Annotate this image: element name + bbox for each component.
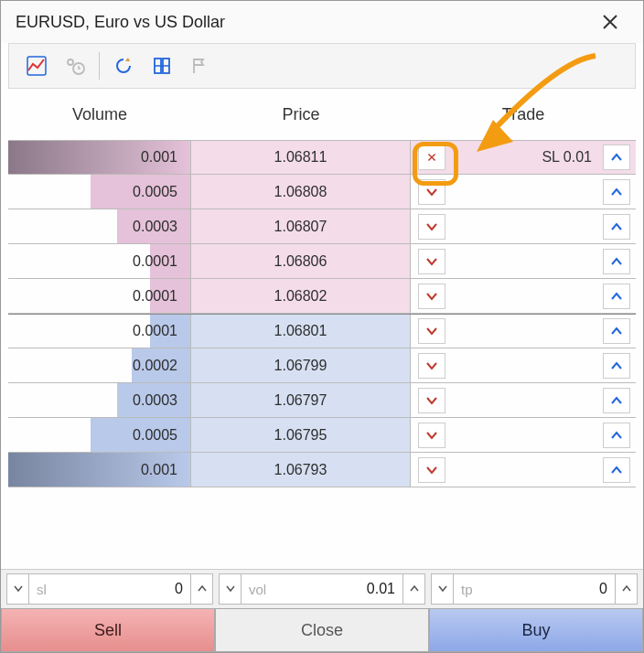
dom-window: EURUSD, Euro vs US Dollar Volume Price T… bbox=[0, 0, 644, 653]
titlebar: EURUSD, Euro vs US Dollar bbox=[1, 1, 643, 43]
sell-chevron-down[interactable] bbox=[418, 457, 445, 483]
trade-cell bbox=[411, 209, 636, 244]
buy-button[interactable]: Buy bbox=[429, 608, 643, 652]
price-cell: 1.06799 bbox=[191, 348, 411, 383]
sell-chevron-down[interactable] bbox=[418, 249, 445, 274]
price-cell: 1.06807 bbox=[191, 209, 411, 244]
price-value: 1.06808 bbox=[274, 184, 327, 200]
buy-chevron-up[interactable] bbox=[603, 318, 630, 344]
dom-row: 0.00051.06795 bbox=[8, 418, 636, 453]
table-header: Volume Price Trade bbox=[8, 89, 636, 140]
trade-cell bbox=[411, 175, 636, 209]
tool-chart-icon[interactable] bbox=[18, 48, 55, 84]
buy-chevron-up[interactable] bbox=[603, 457, 630, 483]
price-value: 1.06811 bbox=[274, 149, 327, 166]
window-title: EURUSD, Euro vs US Dollar bbox=[16, 13, 592, 32]
tp-label: tp bbox=[461, 582, 473, 597]
volume-value: 0.001 bbox=[141, 149, 177, 166]
buy-chevron-up[interactable] bbox=[603, 353, 630, 379]
vol-label: vol bbox=[249, 582, 266, 597]
price-value: 1.06797 bbox=[274, 392, 327, 409]
window-close-button[interactable] bbox=[592, 4, 628, 40]
volume-value: 0.0001 bbox=[133, 323, 177, 339]
price-cell: 1.06797 bbox=[191, 383, 411, 418]
buy-chevron-up[interactable] bbox=[603, 214, 630, 240]
price-cell: 1.06795 bbox=[191, 418, 411, 453]
sl-decrement[interactable] bbox=[7, 574, 29, 604]
trade-sl-label: SL 0.01 bbox=[453, 149, 596, 166]
trade-cell bbox=[411, 244, 636, 279]
tp-increment[interactable] bbox=[615, 574, 637, 604]
buy-chevron-up[interactable] bbox=[603, 423, 630, 448]
vol-input[interactable]: vol 0.01 bbox=[242, 574, 402, 604]
tool-clock-icon[interactable] bbox=[57, 48, 93, 84]
dom-row: 0.00051.06808 bbox=[8, 175, 636, 209]
sell-button[interactable]: Sell bbox=[1, 608, 215, 652]
tool-grid-icon[interactable] bbox=[144, 48, 180, 84]
price-cell: 1.06802 bbox=[191, 279, 411, 314]
sell-chevron-down[interactable] bbox=[418, 318, 445, 344]
dom-row: 0.00011.06801 bbox=[8, 314, 636, 348]
close-button[interactable]: Close bbox=[215, 608, 429, 652]
sl-input[interactable]: sl 0 bbox=[29, 574, 190, 604]
trade-cell: SL 0.01 bbox=[411, 140, 636, 175]
volume-cell: 0.0001 bbox=[8, 244, 191, 279]
price-value: 1.06806 bbox=[274, 253, 327, 270]
dom-row: 0.00011.06806 bbox=[8, 244, 636, 279]
trade-cell bbox=[411, 279, 636, 314]
buy-chevron-up[interactable] bbox=[603, 284, 630, 309]
dom-row: 0.00011.06802 bbox=[8, 279, 636, 314]
buy-chevron-up[interactable] bbox=[603, 249, 630, 274]
close-icon bbox=[602, 14, 618, 30]
sell-chevron-down[interactable] bbox=[418, 214, 445, 240]
buy-chevron-up[interactable] bbox=[603, 388, 630, 413]
volume-value: 0.001 bbox=[141, 462, 177, 478]
vol-decrement[interactable] bbox=[220, 574, 242, 604]
svg-point-2 bbox=[68, 59, 73, 65]
header-volume: Volume bbox=[8, 105, 191, 124]
sl-value: 0 bbox=[52, 581, 183, 597]
sl-label: sl bbox=[37, 582, 47, 597]
price-cell: 1.06806 bbox=[191, 244, 411, 279]
trade-cell bbox=[411, 418, 636, 453]
volume-value: 0.0002 bbox=[133, 358, 177, 374]
volume-value: 0.0005 bbox=[133, 184, 177, 200]
header-trade: Trade bbox=[411, 105, 636, 124]
buy-chevron-up[interactable] bbox=[603, 179, 630, 205]
volume-value: 0.0001 bbox=[133, 288, 177, 305]
bottom-panel: sl 0 vol 0.01 tp 0 bbox=[1, 569, 643, 652]
order-inputs: sl 0 vol 0.01 tp 0 bbox=[1, 570, 643, 608]
sell-chevron-down[interactable] bbox=[418, 179, 445, 205]
depth-of-market: Volume Price Trade 0.0011.06811 SL 0.01 … bbox=[8, 89, 636, 487]
tp-value: 0 bbox=[478, 581, 607, 597]
sell-chevron-down[interactable] bbox=[418, 423, 445, 448]
sell-chevron-up[interactable] bbox=[603, 145, 630, 170]
dom-row: 0.00031.06807 bbox=[8, 209, 636, 244]
dom-rows: 0.0011.06811 SL 0.01 0.00051.06808 0.000… bbox=[8, 140, 636, 487]
price-value: 1.06793 bbox=[274, 462, 327, 478]
price-cell: 1.06801 bbox=[191, 315, 411, 348]
sell-chevron-down[interactable] bbox=[418, 353, 445, 379]
dom-row: 0.0011.06793 bbox=[8, 453, 636, 487]
sl-increment[interactable] bbox=[190, 574, 212, 604]
volume-cell: 0.001 bbox=[8, 140, 191, 175]
tool-refresh-icon[interactable] bbox=[105, 48, 142, 84]
toolbar bbox=[8, 43, 636, 89]
tp-decrement[interactable] bbox=[432, 574, 454, 604]
volume-cell: 0.0003 bbox=[8, 209, 191, 244]
sell-chevron-down[interactable] bbox=[418, 388, 445, 413]
sell-chevron-down[interactable] bbox=[418, 284, 445, 309]
tool-flag-icon[interactable] bbox=[182, 48, 219, 84]
price-value: 1.06807 bbox=[274, 219, 327, 235]
sl-input-group: sl 0 bbox=[6, 573, 213, 605]
vol-increment[interactable] bbox=[402, 574, 424, 604]
header-price: Price bbox=[191, 105, 411, 124]
volume-cell: 0.0003 bbox=[8, 383, 191, 418]
volume-cell: 0.001 bbox=[8, 453, 191, 487]
price-value: 1.06802 bbox=[274, 288, 327, 305]
tp-input[interactable]: tp 0 bbox=[454, 574, 615, 604]
dom-row: 0.00031.06797 bbox=[8, 383, 636, 418]
toolbar-separator bbox=[99, 52, 100, 80]
price-value: 1.06799 bbox=[274, 358, 327, 374]
close-order-button[interactable] bbox=[418, 145, 445, 170]
